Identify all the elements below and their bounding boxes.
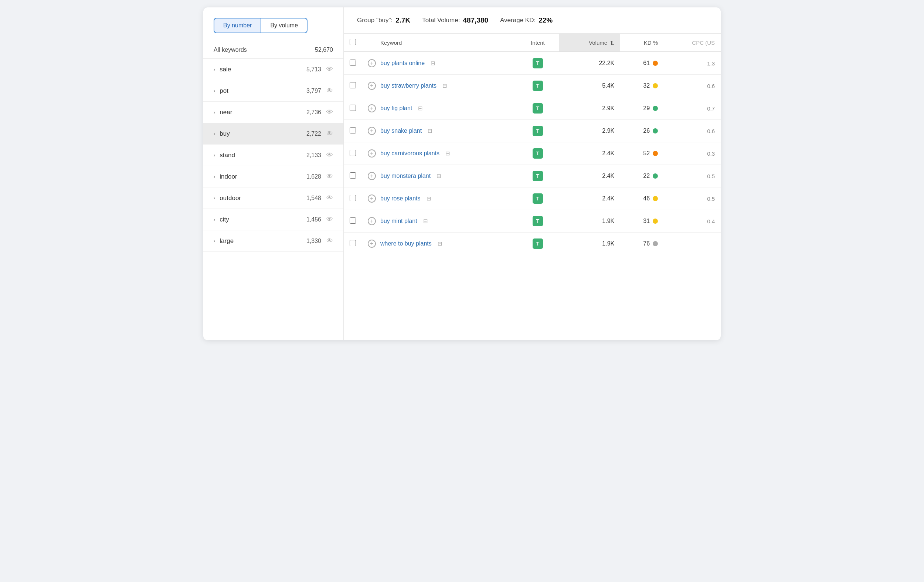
add-keyword-icon[interactable]: + <box>368 217 376 225</box>
row-keyword-cell: + buy snake plant ⊟ <box>362 120 517 142</box>
row-keyword-cell: + buy monstera plant ⊟ <box>362 165 517 187</box>
intent-badge: T <box>533 126 543 136</box>
eye-icon[interactable]: 👁 <box>327 65 333 73</box>
row-cpc-cell: 0.4 <box>664 210 721 233</box>
row-checkbox-cell <box>344 210 362 233</box>
row-volume-cell: 2.9K <box>559 97 620 120</box>
row-cpc-cell <box>664 233 721 255</box>
sidebar-item-near[interactable]: › near 2,736 👁 <box>203 102 343 123</box>
row-cpc-cell: 0.3 <box>664 142 721 165</box>
add-keyword-icon[interactable]: + <box>368 195 376 203</box>
eye-icon[interactable]: 👁 <box>327 108 333 116</box>
sidebar-item-stand[interactable]: › stand 2,133 👁 <box>203 145 343 166</box>
sidebar-item-indoor[interactable]: › indoor 1,628 👁 <box>203 166 343 187</box>
add-keyword-icon[interactable]: + <box>368 240 376 248</box>
by-volume-button[interactable]: By volume <box>261 18 307 33</box>
row-checkbox[interactable] <box>350 150 356 156</box>
eye-icon[interactable]: 👁 <box>327 151 333 159</box>
window-icon: ⊟ <box>423 218 428 225</box>
chevron-icon: › <box>214 88 215 94</box>
intent-badge: T <box>533 81 543 91</box>
add-keyword-icon[interactable]: + <box>368 59 376 67</box>
eye-icon[interactable]: 👁 <box>327 194 333 202</box>
by-number-button[interactable]: By number <box>214 18 261 33</box>
row-checkbox[interactable] <box>350 195 356 201</box>
sidebar-item-label: indoor <box>219 173 237 180</box>
add-keyword-icon[interactable]: + <box>368 149 376 157</box>
th-volume[interactable]: Volume ⇅ <box>559 34 620 52</box>
chevron-icon: › <box>214 217 215 222</box>
eye-icon[interactable]: 👁 <box>327 237 333 245</box>
keyword-link[interactable]: buy plants online <box>380 60 425 66</box>
table-row: + buy mint plant ⊟ T 1.9K 31 0.4 <box>344 210 721 233</box>
all-keywords-count: 52,670 <box>315 46 333 53</box>
stats-bar: Group "buy": 2.7K Total Volume: 487,380 … <box>344 7 721 34</box>
window-icon: ⊟ <box>427 127 432 134</box>
row-checkbox[interactable] <box>350 217 356 224</box>
window-icon: ⊟ <box>431 60 436 66</box>
keyword-link[interactable]: buy rose plants <box>380 195 421 202</box>
eye-icon[interactable]: 👁 <box>327 173 333 180</box>
row-checkbox[interactable] <box>350 60 356 66</box>
kd-label: Average KD: <box>500 17 536 24</box>
kd-dot <box>653 151 658 156</box>
sidebar-item-label: large <box>219 237 234 245</box>
row-volume-cell: 2.4K <box>559 165 620 187</box>
row-checkbox[interactable] <box>350 105 356 111</box>
all-keywords-label: All keywords <box>214 46 247 53</box>
add-keyword-icon[interactable]: + <box>368 104 376 112</box>
add-keyword-icon[interactable]: + <box>368 127 376 135</box>
row-cpc-cell: 0.6 <box>664 120 721 142</box>
keyword-link[interactable]: buy snake plant <box>380 127 422 134</box>
sort-icon: ⇅ <box>610 40 614 46</box>
row-cpc-cell: 0.5 <box>664 187 721 210</box>
select-all-checkbox[interactable] <box>350 39 356 45</box>
main-container: By number By volume All keywords 52,670 … <box>203 7 721 340</box>
window-icon: ⊟ <box>437 240 442 247</box>
kd-value: 22% <box>538 16 553 25</box>
sidebar-item-count: 1,628 <box>306 174 321 180</box>
row-volume-cell: 1.9K <box>559 210 620 233</box>
keyword-link[interactable]: where to buy plants <box>380 240 432 247</box>
sidebar-item-label: pot <box>219 87 228 95</box>
keyword-link[interactable]: buy monstera plant <box>380 173 431 179</box>
keyword-link[interactable]: buy mint plant <box>380 218 417 225</box>
keyword-link[interactable]: buy carnivorous plants <box>380 150 439 157</box>
window-icon: ⊟ <box>442 83 447 89</box>
row-intent-cell: T <box>517 233 559 255</box>
add-keyword-icon[interactable]: + <box>368 172 376 180</box>
eye-icon[interactable]: 👁 <box>327 216 333 223</box>
keyword-link[interactable]: buy fig plant <box>380 105 412 112</box>
volume-value: 487,380 <box>463 16 488 25</box>
kd-value: 76 <box>643 240 650 247</box>
row-checkbox[interactable] <box>350 172 356 179</box>
eye-icon[interactable]: 👁 <box>327 130 333 137</box>
eye-icon[interactable]: 👁 <box>327 87 333 95</box>
table-row: + buy monstera plant ⊟ T 2.4K 22 0.5 <box>344 165 721 187</box>
row-volume-cell: 2.9K <box>559 120 620 142</box>
sidebar-item-label: sale <box>219 66 231 73</box>
chevron-icon: › <box>214 195 215 201</box>
row-volume-cell: 5.4K <box>559 75 620 97</box>
row-kd-cell: 76 <box>620 233 664 255</box>
sidebar-item-city[interactable]: › city 1,456 👁 <box>203 209 343 230</box>
row-checkbox[interactable] <box>350 82 356 88</box>
sidebar-item-outdoor[interactable]: › outdoor 1,548 👁 <box>203 187 343 209</box>
row-checkbox[interactable] <box>350 240 356 246</box>
row-intent-cell: T <box>517 75 559 97</box>
sidebar-item-pot[interactable]: › pot 3,797 👁 <box>203 80 343 102</box>
kd-value: 31 <box>643 218 650 225</box>
row-cpc-cell: 0.7 <box>664 97 721 120</box>
row-keyword-cell: + buy rose plants ⊟ <box>362 187 517 210</box>
sidebar-item-count: 2,133 <box>306 152 321 159</box>
add-keyword-icon[interactable]: + <box>368 82 376 90</box>
th-cpc: CPC (US <box>664 34 721 52</box>
intent-badge: T <box>533 193 543 204</box>
sidebar-item-buy[interactable]: › buy 2,722 👁 <box>203 123 343 145</box>
toggle-group: By number By volume <box>203 7 343 41</box>
sidebar-item-large[interactable]: › large 1,330 👁 <box>203 230 343 252</box>
row-checkbox[interactable] <box>350 127 356 134</box>
keyword-link[interactable]: buy strawberry plants <box>380 83 437 89</box>
sidebar-item-sale[interactable]: › sale 5,713 👁 <box>203 59 343 80</box>
chevron-icon: › <box>214 66 215 72</box>
